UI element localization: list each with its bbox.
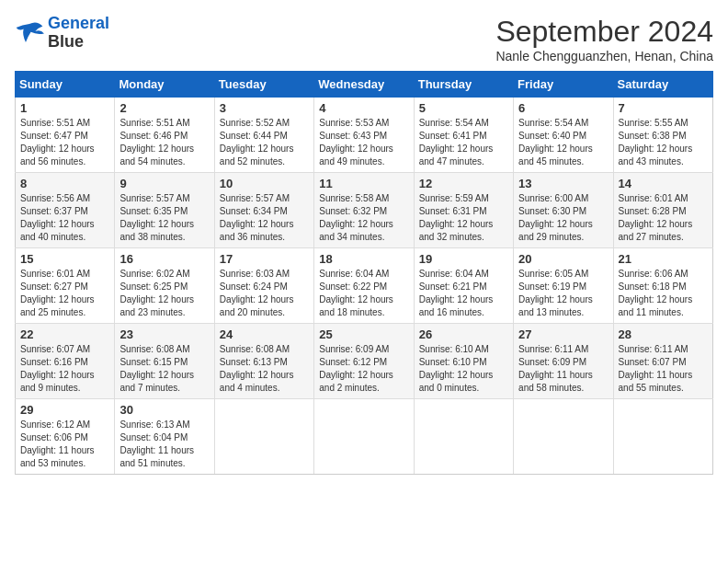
calendar-cell: 1Sunrise: 5:51 AM Sunset: 6:47 PM Daylig… — [16, 98, 115, 173]
calendar-cell: 25Sunrise: 6:09 AM Sunset: 6:12 PM Dayli… — [314, 324, 414, 399]
calendar-cell — [414, 399, 513, 475]
day-number: 25 — [319, 327, 408, 341]
day-info: Sunrise: 5:54 AM Sunset: 6:40 PM Dayligh… — [518, 117, 608, 168]
day-info: Sunrise: 5:53 AM Sunset: 6:43 PM Dayligh… — [319, 117, 408, 168]
day-number: 10 — [220, 177, 309, 190]
day-number: 6 — [518, 101, 608, 115]
weekday-header-tuesday: Tuesday — [214, 72, 313, 98]
page-header: General Blue September 2024 Nanle Chengg… — [15, 15, 713, 63]
calendar-cell: 13Sunrise: 6:00 AM Sunset: 6:30 PM Dayli… — [514, 173, 613, 248]
calendar-cell: 10Sunrise: 5:57 AM Sunset: 6:34 PM Dayli… — [214, 173, 313, 248]
calendar-cell: 16Sunrise: 6:02 AM Sunset: 6:25 PM Dayli… — [115, 248, 214, 324]
day-number: 29 — [20, 403, 109, 417]
day-info: Sunrise: 5:51 AM Sunset: 6:47 PM Dayligh… — [20, 117, 109, 168]
calendar-cell: 28Sunrise: 6:11 AM Sunset: 6:07 PM Dayli… — [613, 324, 712, 399]
day-number: 7 — [619, 101, 708, 115]
calendar-cell: 9Sunrise: 5:57 AM Sunset: 6:35 PM Daylig… — [115, 173, 214, 248]
day-number: 13 — [518, 177, 608, 190]
logo-line1: General — [48, 14, 109, 32]
weekday-header-monday: Monday — [115, 72, 214, 98]
calendar-cell: 18Sunrise: 6:04 AM Sunset: 6:22 PM Dayli… — [314, 248, 414, 324]
calendar-table: SundayMondayTuesdayWednesdayThursdayFrid… — [15, 71, 713, 475]
calendar-cell: 27Sunrise: 6:11 AM Sunset: 6:09 PM Dayli… — [514, 324, 613, 399]
calendar-cell — [514, 399, 613, 475]
day-info: Sunrise: 6:13 AM Sunset: 6:04 PM Dayligh… — [119, 419, 209, 470]
logo-icon — [15, 20, 44, 46]
day-info: Sunrise: 6:01 AM Sunset: 6:28 PM Dayligh… — [619, 192, 708, 244]
calendar-cell: 14Sunrise: 6:01 AM Sunset: 6:28 PM Dayli… — [613, 173, 712, 248]
day-info: Sunrise: 5:57 AM Sunset: 6:34 PM Dayligh… — [220, 192, 309, 244]
day-number: 19 — [419, 252, 508, 266]
day-number: 26 — [419, 327, 508, 341]
day-info: Sunrise: 5:57 AM Sunset: 6:35 PM Dayligh… — [119, 192, 209, 244]
calendar-cell: 12Sunrise: 5:59 AM Sunset: 6:31 PM Dayli… — [414, 173, 513, 248]
calendar-week-row: 8Sunrise: 5:56 AM Sunset: 6:37 PM Daylig… — [16, 173, 713, 248]
calendar-cell: 2Sunrise: 5:51 AM Sunset: 6:46 PM Daylig… — [115, 98, 214, 173]
title-area: September 2024 Nanle Chengguanzhen, Hena… — [495, 15, 713, 63]
calendar-cell: 8Sunrise: 5:56 AM Sunset: 6:37 PM Daylig… — [16, 173, 115, 248]
day-number: 9 — [119, 177, 209, 190]
day-number: 18 — [319, 252, 408, 266]
logo-text: General Blue — [48, 15, 109, 52]
logo: General Blue — [15, 15, 109, 52]
day-info: Sunrise: 6:08 AM Sunset: 6:15 PM Dayligh… — [119, 343, 209, 395]
calendar-week-row: 15Sunrise: 6:01 AM Sunset: 6:27 PM Dayli… — [16, 248, 713, 324]
calendar-cell: 29Sunrise: 6:12 AM Sunset: 6:06 PM Dayli… — [16, 399, 115, 475]
weekday-header-sunday: Sunday — [16, 72, 115, 98]
calendar-week-row: 22Sunrise: 6:07 AM Sunset: 6:16 PM Dayli… — [16, 324, 713, 399]
day-number: 5 — [419, 101, 508, 115]
day-info: Sunrise: 5:51 AM Sunset: 6:46 PM Dayligh… — [119, 117, 209, 168]
calendar-cell — [613, 399, 712, 475]
day-info: Sunrise: 6:05 AM Sunset: 6:19 PM Dayligh… — [518, 268, 608, 319]
day-number: 11 — [319, 177, 408, 190]
day-info: Sunrise: 6:07 AM Sunset: 6:16 PM Dayligh… — [20, 343, 109, 395]
calendar-cell: 20Sunrise: 6:05 AM Sunset: 6:19 PM Dayli… — [514, 248, 613, 324]
day-number: 17 — [220, 252, 309, 266]
calendar-cell: 22Sunrise: 6:07 AM Sunset: 6:16 PM Dayli… — [16, 324, 115, 399]
day-info: Sunrise: 6:12 AM Sunset: 6:06 PM Dayligh… — [20, 419, 109, 470]
calendar-cell: 17Sunrise: 6:03 AM Sunset: 6:24 PM Dayli… — [214, 248, 313, 324]
calendar-cell: 11Sunrise: 5:58 AM Sunset: 6:32 PM Dayli… — [314, 173, 414, 248]
calendar-cell: 19Sunrise: 6:04 AM Sunset: 6:21 PM Dayli… — [414, 248, 513, 324]
day-info: Sunrise: 6:11 AM Sunset: 6:09 PM Dayligh… — [518, 343, 608, 395]
calendar-cell: 3Sunrise: 5:52 AM Sunset: 6:44 PM Daylig… — [214, 98, 313, 173]
day-info: Sunrise: 5:56 AM Sunset: 6:37 PM Dayligh… — [20, 192, 109, 244]
weekday-header-friday: Friday — [514, 72, 613, 98]
day-number: 16 — [119, 252, 209, 266]
day-number: 2 — [119, 101, 209, 115]
day-number: 14 — [619, 177, 708, 190]
calendar-cell: 5Sunrise: 5:54 AM Sunset: 6:41 PM Daylig… — [414, 98, 513, 173]
day-number: 3 — [220, 101, 309, 115]
day-info: Sunrise: 5:59 AM Sunset: 6:31 PM Dayligh… — [419, 192, 508, 244]
day-number: 27 — [518, 327, 608, 341]
day-number: 8 — [20, 177, 109, 190]
calendar-header-row: SundayMondayTuesdayWednesdayThursdayFrid… — [16, 72, 713, 98]
day-number: 22 — [20, 327, 109, 341]
day-info: Sunrise: 5:55 AM Sunset: 6:38 PM Dayligh… — [619, 117, 708, 168]
day-number: 28 — [619, 327, 708, 341]
day-info: Sunrise: 6:04 AM Sunset: 6:22 PM Dayligh… — [319, 268, 408, 319]
day-info: Sunrise: 6:08 AM Sunset: 6:13 PM Dayligh… — [220, 343, 309, 395]
month-title: September 2024 — [495, 15, 713, 49]
calendar-cell: 23Sunrise: 6:08 AM Sunset: 6:15 PM Dayli… — [115, 324, 214, 399]
calendar-week-row: 1Sunrise: 5:51 AM Sunset: 6:47 PM Daylig… — [16, 98, 713, 173]
day-number: 1 — [20, 101, 109, 115]
calendar-cell: 21Sunrise: 6:06 AM Sunset: 6:18 PM Dayli… — [613, 248, 712, 324]
calendar-cell: 15Sunrise: 6:01 AM Sunset: 6:27 PM Dayli… — [16, 248, 115, 324]
location: Nanle Chengguanzhen, Henan, China — [495, 49, 713, 63]
weekday-header-saturday: Saturday — [613, 72, 712, 98]
calendar-cell — [214, 399, 313, 475]
calendar-cell: 24Sunrise: 6:08 AM Sunset: 6:13 PM Dayli… — [214, 324, 313, 399]
day-number: 12 — [419, 177, 508, 190]
day-number: 15 — [20, 252, 109, 266]
day-info: Sunrise: 6:01 AM Sunset: 6:27 PM Dayligh… — [20, 268, 109, 319]
day-info: Sunrise: 6:04 AM Sunset: 6:21 PM Dayligh… — [419, 268, 508, 319]
logo-line2: Blue — [48, 33, 109, 52]
day-number: 20 — [518, 252, 608, 266]
day-number: 4 — [319, 101, 408, 115]
day-info: Sunrise: 5:58 AM Sunset: 6:32 PM Dayligh… — [319, 192, 408, 244]
day-info: Sunrise: 6:03 AM Sunset: 6:24 PM Dayligh… — [220, 268, 309, 319]
day-info: Sunrise: 6:10 AM Sunset: 6:10 PM Dayligh… — [419, 343, 508, 395]
calendar-cell: 4Sunrise: 5:53 AM Sunset: 6:43 PM Daylig… — [314, 98, 414, 173]
day-info: Sunrise: 5:52 AM Sunset: 6:44 PM Dayligh… — [220, 117, 309, 168]
